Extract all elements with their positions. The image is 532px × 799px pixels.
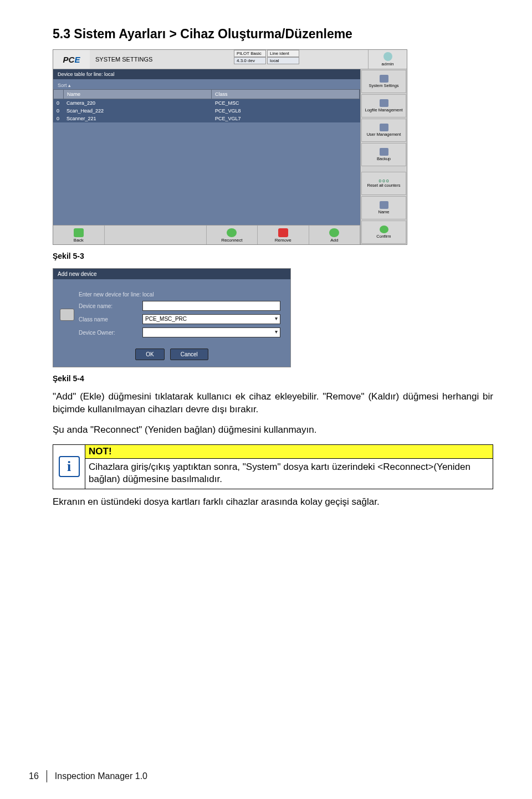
footer-divider <box>47 770 47 782</box>
back-arrow-icon <box>74 228 84 237</box>
document-title: Inspection Manager 1.0 <box>55 771 147 781</box>
logo: PCE <box>53 50 90 69</box>
tab-version[interactable]: 4.3.0 dev <box>234 57 266 64</box>
side-user-mgmt[interactable]: User Management <box>361 119 406 142</box>
reconnect-icon <box>227 228 237 237</box>
tab-pilot[interactable]: PILOT Basic <box>234 50 266 57</box>
dialog-title: Add new device <box>53 269 290 279</box>
device-name-input[interactable] <box>142 301 280 311</box>
screenshot-system-settings: PCE SYSTEM SETTINGS PILOT Basic 4.3.0 de… <box>53 49 407 245</box>
screenshot-add-device-dialog: Add new device Enter new device for line… <box>53 268 291 367</box>
users-icon <box>380 124 388 131</box>
col-name[interactable]: Name <box>64 90 212 99</box>
remove-button[interactable]: Remove <box>258 226 309 244</box>
side-backup[interactable]: Backup <box>361 143 406 166</box>
section-heading: 5.3 Sistem Ayarları > Cihaz Oluşturma/Dü… <box>53 27 493 42</box>
table-row[interactable]: 0 Scanner_221 PCE_VGL7 <box>53 115 360 122</box>
side-confirm[interactable]: Confirm <box>361 221 406 244</box>
add-button[interactable]: Add <box>309 226 361 244</box>
ok-button[interactable]: OK <box>135 349 164 360</box>
paragraph-reconnect-warning: Şu anda "Reconnect" (Yeniden bağlan) düğ… <box>53 424 493 437</box>
reconnect-button[interactable]: Reconnect <box>207 226 258 244</box>
tab-line-ident[interactable]: Line ident <box>267 50 299 57</box>
user-indicator[interactable]: admin <box>368 50 407 69</box>
window-title: SYSTEM SETTINGS <box>90 50 234 69</box>
side-logfile[interactable]: Logfile Management <box>361 94 406 117</box>
back-button[interactable]: Back <box>53 226 105 244</box>
device-name-label: Device name: <box>79 303 142 309</box>
remove-icon <box>278 228 288 237</box>
backup-icon <box>380 148 388 156</box>
sort-toggle[interactable]: Sort ▴ <box>58 83 91 88</box>
note-heading: NOT! <box>85 445 493 459</box>
col-class[interactable]: Class <box>212 90 360 99</box>
device-table-body: 0 Camera_220 PCE_MSC 0 Scan_Head_222 PCE… <box>53 99 360 122</box>
page-footer: 16 Inspection Manager 1.0 <box>29 770 147 782</box>
tab-local[interactable]: local <box>267 57 299 64</box>
confirm-icon <box>380 226 388 233</box>
device-owner-label: Device Owner: <box>79 330 142 336</box>
side-counters: 0 0 0Reset all counters <box>361 172 406 195</box>
user-icon <box>383 52 392 61</box>
table-row[interactable]: 0 Scan_Head_222 PCE_VGL8 <box>53 107 360 115</box>
side-name[interactable]: Name <box>361 196 406 219</box>
table-header: Name Class <box>53 89 360 99</box>
note-box: i NOT! Cihazlara giriş/çıkış yaptıktan s… <box>53 444 493 489</box>
device-owner-select[interactable] <box>142 327 280 337</box>
panel-header: Device table for line: local <box>53 69 360 79</box>
page-number: 16 <box>29 771 39 781</box>
side-system-settings[interactable]: System Settings <box>361 70 406 93</box>
logfile-icon <box>380 99 388 107</box>
figure-caption-5-3: Şekil 5-3 <box>53 252 493 260</box>
figure-caption-5-4: Şekil 5-4 <box>53 374 493 383</box>
cancel-button[interactable]: Cancel <box>170 349 208 360</box>
settings-icon <box>380 75 388 83</box>
add-icon <box>329 228 339 237</box>
paragraph-add-remove: "Add" (Ekle) düğmesini tıklatarak kullan… <box>53 391 493 416</box>
note-text: Cihazlara giriş/çıkış yaptıktan sonra, "… <box>85 459 493 489</box>
info-icon: i <box>53 445 85 489</box>
class-name-select[interactable]: PCE_MSC_PRC <box>142 314 280 324</box>
table-row[interactable]: 0 Camera_220 PCE_MSC <box>53 99 360 107</box>
class-name-label: Class name <box>79 316 142 322</box>
device-icon <box>60 309 74 321</box>
paragraph-tabs-info: Ekranın en üstündeki dosya kartları fark… <box>53 496 493 509</box>
dialog-prompt: Enter new device for line: local <box>79 291 280 298</box>
name-icon <box>380 201 388 209</box>
